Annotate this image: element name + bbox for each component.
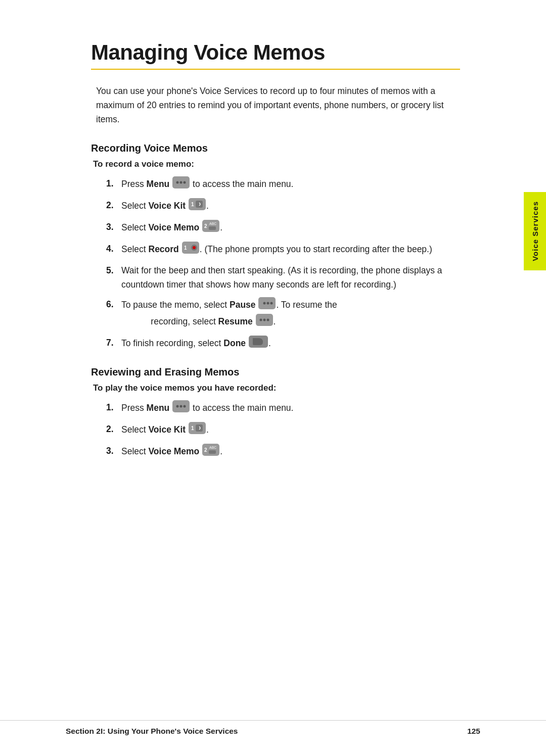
- svg-text:2: 2: [204, 223, 207, 229]
- step6-bold1: Pause: [230, 300, 256, 310]
- page-title: Managing Voice Memos: [91, 40, 460, 65]
- step-number-4: 4.: [106, 242, 117, 256]
- recording-section-heading: Recording Voice Memos: [91, 143, 460, 154]
- step-number-2: 2.: [106, 198, 117, 213]
- svg-point-18: [270, 302, 273, 305]
- page-container: Managing Voice Memos You can use your ph…: [0, 0, 546, 756]
- done-icon: [249, 336, 268, 352]
- step-number-1: 1.: [106, 176, 117, 191]
- svg-point-27: [184, 405, 186, 407]
- rev-menu-icon: [172, 400, 190, 417]
- recording-steps-list: 1. Press Menu to access the main menu.: [91, 176, 460, 352]
- rev-voicememo-icon: 2 ABC: [202, 444, 219, 460]
- rev-step2-bold: Voice Kit: [149, 424, 186, 435]
- svg-rect-6: [196, 201, 203, 208]
- step2-bold: Voice Kit: [149, 201, 186, 211]
- voicekit-icon: 1: [189, 198, 206, 215]
- rev-step3-bold: Voice Memo: [149, 446, 200, 456]
- reviewing-step-2: 2. Select Voice Kit 1 .: [106, 422, 460, 439]
- step-content-6: To pause the memo, select Pause . To res…: [121, 297, 460, 330]
- recording-instruction-label: To record a voice memo:: [91, 159, 460, 169]
- svg-rect-34: [209, 450, 216, 454]
- title-divider: [91, 69, 460, 70]
- reviewing-steps-list: 1. Press Menu to access the main menu.: [91, 400, 460, 460]
- step6-bold2: Resume: [218, 316, 253, 326]
- step-content-7: To finish recording, select Done .: [121, 336, 460, 352]
- content-area: Managing Voice Memos You can use your ph…: [25, 0, 521, 515]
- menu-icon: [172, 176, 190, 193]
- svg-point-16: [263, 302, 266, 305]
- reviewing-section-heading: Reviewing and Erasing Memos: [91, 366, 460, 378]
- step-number-6: 6.: [106, 297, 117, 312]
- step-content-3: Select Voice Memo 2 ABC .: [121, 220, 460, 237]
- svg-rect-10: [209, 226, 216, 230]
- rev-step-content-2: Select Voice Kit 1 .: [121, 422, 460, 439]
- recording-step-1: 1. Press Menu to access the main menu.: [106, 176, 460, 193]
- svg-text:ABC: ABC: [209, 446, 216, 449]
- svg-text:1: 1: [191, 426, 194, 431]
- svg-text:2: 2: [204, 447, 207, 453]
- reviewing-step-3: 3. Select Voice Memo 2 ABC .: [106, 444, 460, 460]
- rev-step1-bold: Menu: [147, 403, 170, 413]
- svg-rect-30: [196, 424, 203, 432]
- rev-step-number-2: 2.: [106, 422, 117, 437]
- recording-step-3: 3. Select Voice Memo 2 ABC .: [106, 220, 460, 237]
- reviewing-instruction-label: To play the voice memos you have recorde…: [91, 383, 460, 393]
- svg-text:1: 1: [184, 245, 187, 251]
- reviewing-step-1: 1. Press Menu to access the main menu.: [106, 400, 460, 417]
- step-content-2: Select Voice Kit 1 .: [121, 198, 460, 215]
- svg-point-22: [266, 319, 269, 321]
- step-content-5: Wait for the beep and then start speakin…: [121, 263, 460, 293]
- svg-point-25: [176, 405, 179, 407]
- resume-icon: [256, 314, 273, 330]
- step-number-5: 5.: [106, 263, 117, 278]
- footer-area: Section 2I: Using Your Phone's Voice Ser…: [0, 720, 546, 736]
- svg-point-17: [267, 302, 269, 305]
- recording-step-4: 4. Select Record 1 . (The phone prompts …: [106, 242, 460, 258]
- voicememo-icon: 2 ABC: [202, 220, 219, 237]
- intro-text: You can use your phone's Voice Services …: [91, 84, 460, 126]
- rev-step-content-1: Press Menu to access the main menu.: [121, 400, 460, 417]
- svg-point-1: [176, 181, 179, 184]
- step-content-1: Press Menu to access the main menu.: [121, 176, 460, 193]
- svg-point-26: [180, 405, 183, 407]
- record-icon: 1: [182, 242, 199, 258]
- rev-step-content-3: Select Voice Memo 2 ABC .: [121, 444, 460, 460]
- footer-section-label: Section 2I: Using Your Phone's Voice Ser…: [66, 727, 238, 736]
- rev-step-number-1: 1.: [106, 400, 117, 415]
- footer-page-number: 125: [467, 727, 480, 736]
- rev-voicekit-icon: 1: [189, 422, 206, 439]
- svg-text:ABC: ABC: [209, 222, 216, 225]
- svg-point-20: [259, 319, 262, 321]
- svg-point-3: [184, 181, 186, 184]
- step-number-7: 7.: [106, 336, 117, 350]
- recording-step-2: 2. Select Voice Kit 1 .: [106, 198, 460, 215]
- step3-bold: Voice Memo: [149, 222, 200, 232]
- recording-step-5: 5. Wait for the beep and then start spea…: [106, 263, 460, 293]
- sidebar-tab-wrapper: Voice Services: [524, 192, 546, 270]
- rev-step-number-3: 3.: [106, 444, 117, 458]
- step7-bold: Done: [223, 338, 246, 348]
- recording-step-7: 7. To finish recording, select Done .: [106, 336, 460, 352]
- svg-point-14: [193, 246, 196, 249]
- pause-icon: [258, 297, 276, 314]
- svg-text:1: 1: [191, 202, 194, 207]
- recording-step-6: 6. To pause the memo, select Pause . To …: [106, 297, 460, 330]
- step1-bold: Menu: [147, 179, 170, 189]
- step-number-3: 3.: [106, 220, 117, 234]
- sidebar-tab-text: Voice Services: [531, 201, 539, 261]
- step-content-4: Select Record 1 . (The phone prompts you…: [121, 242, 460, 258]
- svg-point-2: [180, 181, 183, 184]
- step4-bold: Record: [149, 244, 179, 254]
- svg-point-21: [263, 319, 265, 321]
